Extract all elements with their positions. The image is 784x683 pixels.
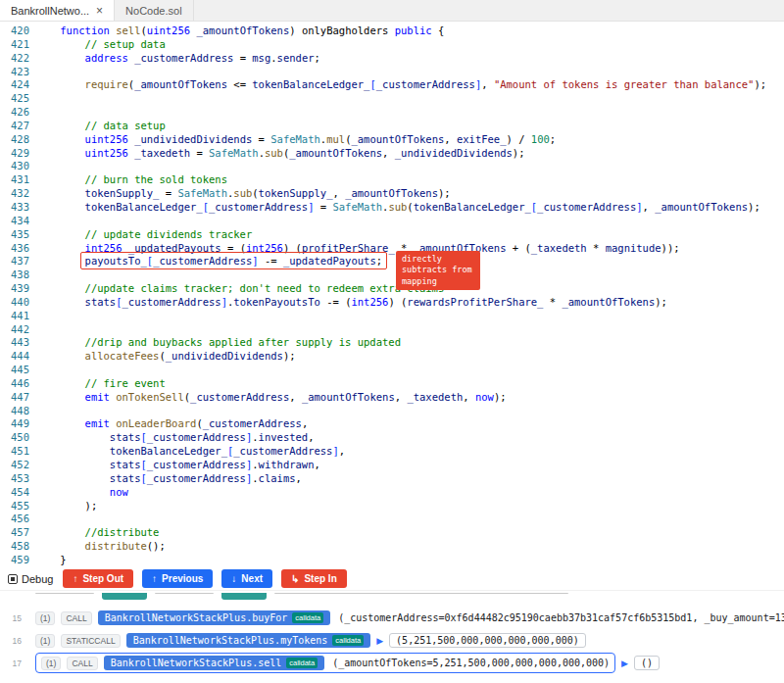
line-number[interactable]: 453 [0, 472, 29, 486]
line-number[interactable]: 444 [0, 350, 29, 364]
line-number[interactable]: 424 [0, 78, 29, 92]
tooltip-line-1: directly subtracts from [402, 254, 474, 276]
code-line[interactable]: 457 //distribute [0, 526, 784, 540]
code-line[interactable]: 423 [0, 66, 784, 79]
line-number[interactable]: 422 [0, 52, 29, 66]
code-line[interactable]: 433 tokenBalanceLedger_[_customerAddress… [0, 201, 784, 215]
code-line[interactable]: 455 ); [0, 500, 784, 513]
previous-button[interactable]: ↑Previous [142, 569, 213, 588]
code-line[interactable]: 431 // burn the sold tokens [0, 173, 784, 187]
next-button[interactable]: ↓Next [221, 569, 272, 588]
code-line[interactable]: 444 allocateFees(_undividedDividends); [0, 350, 784, 364]
code-line[interactable]: 437 payoutsTo_[_customerAddress] -= _upd… [0, 255, 784, 268]
line-number[interactable]: 455 [0, 500, 29, 513]
line-number[interactable]: 438 [0, 268, 29, 282]
line-number[interactable]: 442 [0, 323, 29, 337]
code-line[interactable]: 450 stats[_customerAddress].invested, [0, 431, 784, 445]
line-number[interactable]: 436 [0, 242, 29, 256]
line-number[interactable]: 458 [0, 540, 29, 554]
line-number[interactable]: 426 [0, 106, 29, 120]
line-number[interactable]: 448 [0, 405, 29, 418]
line-number[interactable]: 420 [0, 24, 29, 38]
line-number[interactable]: 454 [0, 486, 29, 500]
method-link[interactable]: BankrollNetworkStackPlus.myTokenscalldat… [126, 633, 371, 648]
line-number[interactable]: 446 [0, 377, 29, 391]
line-number[interactable]: 423 [0, 66, 29, 79]
line-number[interactable]: 434 [0, 215, 29, 228]
line-number[interactable]: 445 [0, 364, 29, 377]
line-number[interactable]: 441 [0, 310, 29, 323]
code-line[interactable]: 429 uint256 _taxedeth = SafeMath.sub(_am… [0, 147, 784, 161]
code-line[interactable]: 420 function sell(uint256 _amountOfToken… [0, 24, 784, 38]
code-editor[interactable]: 420 function sell(uint256 _amountOfToken… [0, 22, 784, 567]
code-line[interactable]: 448 [0, 405, 784, 418]
trace-row[interactable]: 17(1)CALLBankrollNetworkStackPlus.sellca… [0, 653, 784, 673]
code-line[interactable]: 447 emit onTokenSell(_customerAddress, _… [0, 391, 784, 405]
code-line[interactable]: 459 } [0, 554, 784, 567]
line-number[interactable]: 430 [0, 160, 29, 173]
code-line[interactable]: 432 tokenSupply_ = SafeMath.sub(tokenSup… [0, 187, 784, 201]
line-number[interactable]: 440 [0, 296, 29, 310]
code-line[interactable]: 439 //update claims tracker; don't need … [0, 282, 784, 296]
line-number[interactable]: 447 [0, 391, 29, 405]
tab-bankrollnetwo[interactable]: BankrollNetwo...× [0, 0, 115, 21]
code-line[interactable]: 435 // update dividends tracker [0, 228, 784, 242]
code-line[interactable]: 449 emit onLeaderBoard(_customerAddress, [0, 417, 784, 431]
code-line[interactable]: 428 uint256 _undividedDividends = SafeMa… [0, 133, 784, 147]
trace-row-clipped[interactable] [0, 593, 784, 606]
line-number[interactable]: 432 [0, 187, 29, 201]
button-label: Next [241, 573, 263, 584]
code-line[interactable]: 458 distribute(); [0, 540, 784, 554]
line-number[interactable]: 451 [0, 445, 29, 459]
line-number[interactable]: 456 [0, 512, 29, 526]
code-line[interactable]: 421 // setup data [0, 38, 784, 52]
code-line[interactable]: 438 [0, 268, 784, 282]
line-number[interactable]: 457 [0, 526, 29, 540]
code-line[interactable]: 441 [0, 310, 784, 323]
line-number[interactable]: 449 [0, 417, 29, 431]
code-line[interactable]: 445 [0, 364, 784, 377]
line-number[interactable]: 450 [0, 431, 29, 445]
line-number[interactable]: 427 [0, 120, 29, 133]
line-number[interactable]: 429 [0, 147, 29, 161]
code-line[interactable]: 453 stats[_customerAddress].claims, [0, 472, 784, 486]
line-number[interactable]: 439 [0, 282, 29, 296]
code-line[interactable]: 425 [0, 92, 784, 106]
line-number[interactable]: 421 [0, 38, 29, 52]
code-line[interactable]: 422 address _customerAddress = msg.sende… [0, 52, 784, 66]
trace-row[interactable]: 16(1)STATICCALLBankrollNetworkStackPlus.… [0, 630, 784, 651]
code-line[interactable]: 430 [0, 160, 784, 173]
play-icon[interactable]: ▶ [376, 636, 383, 646]
method-link[interactable]: BankrollNetworkStackPlus.buyForcalldata [98, 610, 331, 625]
code-line[interactable]: 434 [0, 215, 784, 228]
line-number[interactable]: 437 [0, 255, 29, 268]
code-line[interactable]: 452 stats[_customerAddress].withdrawn, [0, 459, 784, 472]
line-number[interactable]: 452 [0, 459, 29, 472]
tab-nocodesol[interactable]: NoCode.sol [115, 0, 193, 21]
close-icon[interactable]: × [96, 5, 103, 17]
code-line[interactable]: 456 [0, 512, 784, 526]
line-number[interactable]: 435 [0, 228, 29, 242]
line-number[interactable]: 433 [0, 201, 29, 215]
line-number[interactable]: 428 [0, 133, 29, 147]
trace-row-selected-group[interactable]: (1)CALLBankrollNetworkStackPlus.sellcall… [35, 653, 615, 673]
code-line[interactable]: 446 // fire event [0, 377, 784, 391]
trace-row[interactable]: 15(1)CALLBankrollNetworkStackPlus.buyFor… [0, 608, 784, 628]
code-line[interactable]: 442 [0, 323, 784, 337]
code-line[interactable]: 427 // data setup [0, 120, 784, 133]
line-number[interactable]: 431 [0, 173, 29, 187]
method-link[interactable]: BankrollNetworkStackPlus.sellcalldata [104, 656, 324, 670]
code-line[interactable]: 424 require(_amountOfTokens <= tokenBala… [0, 78, 784, 92]
code-line[interactable]: 451 tokenBalanceLedger_[_customerAddress… [0, 445, 784, 459]
play-icon[interactable]: ▶ [621, 659, 628, 668]
line-number[interactable]: 459 [0, 554, 29, 567]
code-line[interactable]: 443 //drip and buybacks applied after su… [0, 336, 784, 350]
line-number[interactable]: 425 [0, 92, 29, 106]
code-line[interactable]: 440 stats[_customerAddress].tokenPayouts… [0, 296, 784, 310]
step-out-button[interactable]: ↑Step Out [63, 569, 133, 588]
output-value: () [634, 656, 660, 670]
line-number[interactable]: 443 [0, 336, 29, 350]
code-line[interactable]: 454 now [0, 486, 784, 500]
step-in-button[interactable]: ↳Step In [281, 569, 347, 588]
code-line[interactable]: 426 [0, 106, 784, 120]
